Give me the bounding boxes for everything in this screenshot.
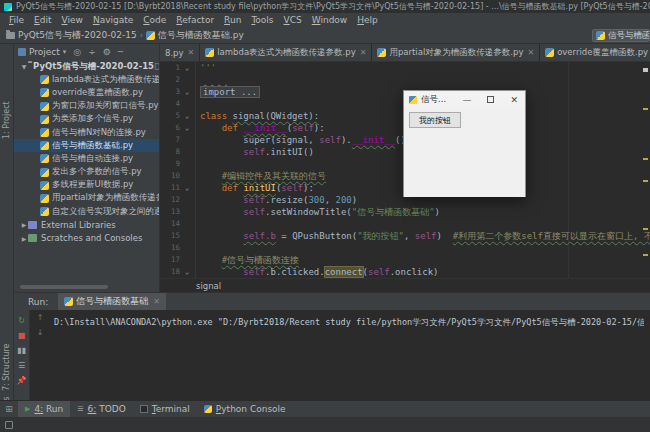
tree-file-row[interactable]: 多线程更新UI数据.py [14,179,159,192]
console-output[interactable]: D:\Install\ANACONDA2\python.exe "D:/Byrb… [54,317,644,329]
hide-panel-icon[interactable]: ─ [118,47,123,57]
tree-file-label: override覆盖槽函数.py [52,87,143,99]
run-panel-label: Run: [28,297,48,307]
close-icon[interactable]: ✕ [188,48,195,57]
run-configuration-selector[interactable]: 信号与槽函数基础 [592,29,650,42]
tool-window-button-label: Python Console [216,404,286,414]
window-titlebar[interactable]: PyQt5信号与槽-2020-02-15 [D:\Byrbt2018\Recen… [0,0,650,13]
tool-window-button--todo[interactable]: ☰6: TODO [70,401,133,418]
fold-marker-icon[interactable]: ⌄ [180,122,194,134]
bottom-tool-window-bar: ⊞ ▶4: Run☰6: TODOTerminalPython Console [0,400,650,417]
code-token [200,147,243,157]
close-icon[interactable]: ✕ [153,297,160,306]
tree-file-row[interactable]: 自定义信号实现对象之间的通信.py [14,205,159,218]
project-panel-title[interactable]: Project [29,47,60,57]
up-arrow-icon[interactable]: ↑ [34,313,46,328]
project-horizontal-scrollbar[interactable] [20,285,108,289]
pycharm-window: PyQt5信号与槽-2020-02-15 [D:\Byrbt2018\Recen… [0,0,650,432]
tree-file-row[interactable]: 信号与槽N对N的连接.py [14,126,159,139]
tree-file-label: 自定义信号实现对象之间的通信.py [52,206,159,218]
menu-item-refactor[interactable]: Refactor [171,15,219,25]
editor-tab[interactable]: 用partial对象为槽函数传递参数.py✕ [372,44,540,61]
dialog-titlebar[interactable]: 信号... — ✕ [404,91,525,109]
gutter-row: 16 [160,242,195,254]
menu-item-view[interactable]: View [57,15,88,25]
tree-special-row[interactable]: ▶Scratches and Consoles [14,231,159,244]
fold-spacer [180,98,194,110]
editor-breadcrumb-class[interactable]: signal [196,281,221,291]
breadcrumb-file[interactable]: 信号与槽函数基础.py [158,29,244,42]
gutter-row: 15 [160,230,195,242]
tool-window-switcher-icon[interactable]: ⊞ [0,404,18,414]
locate-file-icon[interactable]: ◎ [73,47,81,57]
tree-file-row[interactable]: 为窗口添加关闭窗口信号.py [14,100,159,113]
tree-root-row[interactable]: ▼PyQt5信号与槽-2020-02-15 D:\ [14,60,159,73]
fold-marker-icon[interactable]: ⌄ [180,86,194,98]
menu-item-file[interactable]: File [4,15,29,25]
down-arrow-icon[interactable]: ↓ [34,328,46,343]
tree-file-row[interactable]: 用partial对象为槽函数传递参数.py [14,192,159,205]
tree-file-row[interactable]: override覆盖槽函数.py [14,86,159,99]
tool-window-button-label: 6: TODO [88,404,126,414]
chevron-right-icon[interactable]: ▶ [20,221,28,228]
menu-item-window[interactable]: Window [307,15,353,25]
menu-item-run[interactable]: Run [219,15,246,25]
collapse-all-icon[interactable]: ÷ [88,47,96,57]
python-file-icon [40,88,49,97]
status-bar-icon[interactable] [5,421,13,429]
libraries-icon [28,221,37,229]
editor-tab[interactable]: lambda表达式为槽函数传递参数.py✕ [200,44,372,61]
menu-item-tools[interactable]: Tools [246,15,278,25]
run-tab[interactable]: 信号与槽函数基础 ✕ [58,293,166,310]
pause-output-button[interactable]: ▮▮ [17,345,26,360]
fold-marker-icon[interactable]: ⌄ [180,182,194,194]
tree-file-row[interactable]: lambda表达式为槽函数传递参数.py [14,73,159,86]
line-number: 16 [160,242,180,254]
tool-window-button-terminal[interactable]: Terminal [133,401,197,418]
my-button[interactable]: 我的按钮 [409,112,461,128]
chevron-down-icon[interactable]: ▾ [63,48,67,56]
close-icon[interactable]: ✕ [360,48,367,57]
tree-file-row[interactable]: 发出多个参数的信号.py [14,166,159,179]
console-options-icon[interactable]: ☰ [18,360,25,375]
menu-item-code[interactable]: Code [138,15,171,25]
pin-tab-icon[interactable]: 📌 [17,375,27,390]
chevron-down-icon[interactable]: ▼ [20,63,28,70]
menu-item-vcs[interactable]: VCS [279,15,307,25]
menu-item-edit[interactable]: Edit [29,15,56,25]
project-view-icon [18,48,26,56]
tool-window-button-label: 4: Run [34,404,63,414]
tree-file-row[interactable]: 信号与槽自动连接.py [14,152,159,165]
minimize-icon[interactable]: — [462,96,471,105]
settings-gear-icon[interactable]: ⚙ [103,47,111,57]
menu-item-navigate[interactable]: Navigate [88,15,138,25]
close-icon[interactable]: ✕ [527,48,534,57]
chevron-right-icon[interactable]: ▶ [20,235,28,242]
tree-file-row[interactable]: 为类添加多个信号.py [14,113,159,126]
tree-special-row[interactable]: ▶External Libraries [14,218,159,231]
code-token: self [243,147,265,157]
pyqt-dialog-window[interactable]: 信号... — ✕ 我的按钮 [403,90,526,197]
tool-stripe-structure[interactable]: 7: Structure [2,343,11,391]
close-icon[interactable]: ✕ [510,96,518,105]
tool-window-button--run[interactable]: ▶4: Run [18,401,70,418]
tree-file-row[interactable]: 信号与槽函数基础.py [14,139,159,152]
fold-marker-icon[interactable]: ⌄ [180,62,194,74]
editor-tab[interactable]: 8.py✕ [160,44,200,61]
maximize-icon[interactable] [487,96,494,103]
breadcrumb-separator: › [140,31,143,40]
breadcrumb-project[interactable]: PyQt5信号与槽-2020-02-15 [18,29,137,42]
line-number: 11 [160,182,180,194]
code-token: ''' [200,63,216,73]
rerun-button[interactable]: ↻ [18,315,25,330]
code-token: __init__ [352,135,395,145]
fold-marker-icon[interactable]: ⌄ [180,110,194,122]
menu-item-help[interactable]: Help [352,15,383,25]
stop-button[interactable]: ■ [18,330,26,345]
editor-tab[interactable]: override覆盖槽函数.py✕ [540,44,650,61]
fold-marker-icon[interactable]: ⌄ [180,266,194,278]
tool-stripe-project[interactable]: 1: Project [2,101,11,139]
tool-window-button-python-console[interactable]: Python Console [197,401,293,418]
line-number: 15 [160,230,180,242]
fold-spacer [180,194,194,206]
